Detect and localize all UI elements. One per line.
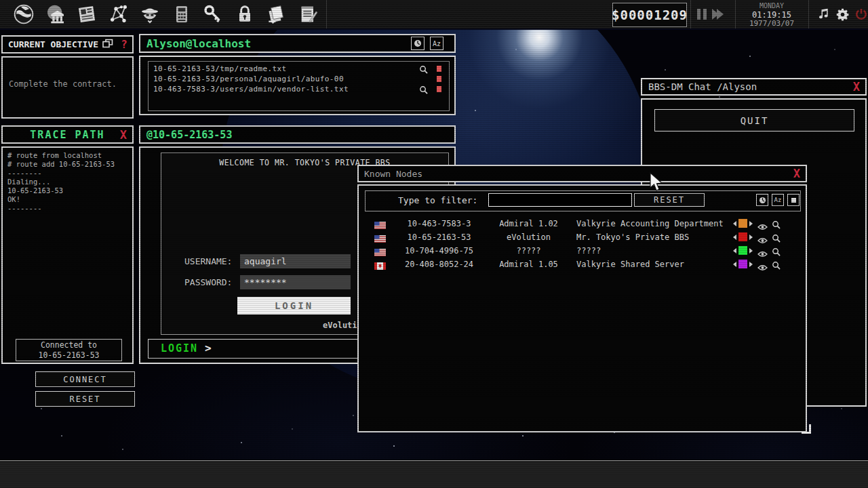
node-desc: Valkyrie Shared Server bbox=[576, 260, 684, 269]
power-icon[interactable] bbox=[853, 6, 868, 22]
color-next-arrow[interactable] bbox=[749, 262, 753, 267]
search-icon[interactable] bbox=[419, 84, 428, 97]
network-graph-icon[interactable] bbox=[107, 3, 130, 26]
reset-button[interactable]: RESET bbox=[35, 391, 135, 407]
world-bank-icon[interactable] bbox=[44, 3, 67, 26]
node-color-swatch[interactable] bbox=[738, 246, 747, 255]
password-field[interactable]: ******** bbox=[240, 275, 351, 289]
file-path: 10-65-2163-53/personal/aquagirl/abufo-00 bbox=[153, 75, 344, 83]
color-prev-arrow[interactable] bbox=[733, 262, 736, 267]
card-reader-icon[interactable] bbox=[170, 3, 193, 26]
world-map-icon[interactable] bbox=[12, 3, 35, 26]
file-transfer-icon[interactable] bbox=[264, 3, 288, 26]
popout-icon[interactable] bbox=[102, 38, 113, 51]
node-number: 10-65-2163-53 bbox=[393, 232, 485, 242]
pause-button[interactable] bbox=[697, 9, 707, 20]
objective-text: Complete the contract. bbox=[9, 79, 132, 89]
nodes-close-button[interactable]: X bbox=[793, 167, 800, 180]
clock-display: MONDAY 01:19:15 1977/03/07 bbox=[739, 2, 804, 28]
username-field[interactable]: aquagirl bbox=[240, 254, 351, 268]
username-label: USERNAME: bbox=[184, 256, 232, 266]
nodes-window-titlebar[interactable]: Known Nodes X bbox=[357, 165, 807, 182]
node-client: Admiral 1.02 bbox=[486, 219, 571, 228]
color-prev-arrow[interactable] bbox=[733, 221, 736, 226]
connected-line1: Connected to bbox=[16, 340, 121, 350]
node-row[interactable]: 20-408-8052-24Admiral 1.05Valkyrie Share… bbox=[359, 258, 803, 271]
node-row[interactable]: 10-704-4996-75?????????? bbox=[359, 244, 803, 258]
file-row[interactable]: 10-65-2163-53/personal/aquagirl/abufo-00 bbox=[149, 74, 449, 84]
node-list: 10-463-7583-3Admiral 1.02Valkyrie Accoun… bbox=[359, 213, 806, 430]
trace-log-line: Dialing... bbox=[7, 178, 132, 186]
history-icon[interactable] bbox=[411, 37, 425, 50]
objective-title: CURRENT OBJECTIVE bbox=[8, 39, 98, 49]
quit-button[interactable]: QUIT bbox=[654, 109, 854, 131]
node-color-swatch[interactable] bbox=[738, 260, 747, 268]
trace-window-body: # route from localhost# route add 10-65-… bbox=[1, 146, 134, 364]
bbs-login-button[interactable]: LOGIN bbox=[237, 297, 351, 314]
sort-az-icon[interactable]: Az bbox=[430, 37, 443, 50]
resize-handle[interactable] bbox=[802, 432, 811, 434]
money-display: $00001209 bbox=[612, 3, 687, 27]
newspaper-icon[interactable] bbox=[75, 3, 98, 26]
node-row[interactable]: 10-463-7583-3Admiral 1.02Valkyrie Accoun… bbox=[359, 217, 803, 230]
key-icon[interactable] bbox=[201, 3, 224, 26]
music-icon[interactable] bbox=[815, 6, 831, 22]
gear-icon[interactable] bbox=[834, 6, 850, 22]
chat-window-title: BBS-DM Chat /Alyson bbox=[648, 81, 757, 92]
trace-window-titlebar[interactable]: TRACE PATH X bbox=[1, 125, 134, 144]
node-color-swatch[interactable] bbox=[738, 232, 747, 241]
file-row[interactable]: 10-65-2163-53/tmp/readme.txt bbox=[149, 64, 449, 74]
node-desc: ????? bbox=[576, 246, 601, 256]
command-label: LOGIN bbox=[161, 342, 198, 354]
date-label: 1977/03/07 bbox=[739, 20, 804, 28]
sort-az-icon[interactable]: Az bbox=[772, 194, 784, 206]
color-next-arrow[interactable] bbox=[749, 235, 753, 240]
nodes-window-title: Known Nodes bbox=[364, 169, 422, 179]
connect-button[interactable]: CONNECT bbox=[35, 371, 135, 387]
padlock-icon[interactable] bbox=[233, 3, 256, 26]
divider bbox=[735, 0, 736, 28]
trace-log-line: # route add 10-65-2163-53 bbox=[7, 160, 132, 169]
color-prev-arrow[interactable] bbox=[733, 248, 736, 253]
filter-input[interactable] bbox=[488, 193, 632, 207]
help-icon[interactable]: ? bbox=[121, 38, 127, 51]
color-next-arrow[interactable] bbox=[749, 221, 753, 226]
filter-label: Type to filter: bbox=[398, 195, 477, 205]
notepad-icon[interactable] bbox=[296, 3, 319, 26]
bbs-window-titlebar[interactable]: @10-65-2163-53 bbox=[139, 125, 456, 144]
node-color-swatch[interactable] bbox=[738, 219, 747, 228]
trace-title: TRACE PATH bbox=[30, 129, 104, 141]
trace-log-line: 10-65-2163-53 bbox=[7, 186, 132, 195]
delete-icon[interactable] bbox=[437, 66, 441, 72]
nodes-window-body: Type to filter: RESET Az 10-463-7583-3Ad… bbox=[357, 184, 807, 432]
delete-icon[interactable] bbox=[437, 86, 441, 92]
node-row[interactable]: 10-65-2163-53eVolutionMr. Tokyo's Privat… bbox=[359, 230, 803, 244]
search-icon[interactable] bbox=[772, 260, 781, 272]
spy-icon[interactable] bbox=[138, 3, 161, 26]
filter-reset-button[interactable]: RESET bbox=[634, 193, 705, 207]
file-list: 10-65-2163-53/tmp/readme.txt10-65-2163-5… bbox=[148, 61, 450, 111]
trace-log-line: -------- bbox=[7, 169, 132, 178]
divider bbox=[690, 0, 691, 28]
chat-close-button[interactable]: X bbox=[853, 80, 860, 94]
eye-icon[interactable] bbox=[757, 261, 768, 274]
fast-forward-button[interactable] bbox=[712, 9, 724, 20]
node-number: 10-463-7583-3 bbox=[393, 219, 485, 228]
files-window-titlebar[interactable]: Alyson@localhost Az bbox=[139, 34, 456, 53]
color-next-arrow[interactable] bbox=[749, 248, 753, 253]
history-icon[interactable] bbox=[756, 194, 768, 206]
stop-icon[interactable] bbox=[787, 194, 800, 206]
node-desc: Valkyrie Accounting Department bbox=[576, 219, 724, 228]
filter-bar: Type to filter: RESET Az bbox=[365, 190, 801, 211]
delete-icon[interactable] bbox=[437, 76, 441, 82]
chat-window-titlebar[interactable]: BBS-DM Chat /Alyson X bbox=[641, 78, 867, 96]
time-label: 01:19:15 bbox=[739, 11, 804, 19]
trace-log-line: OK! bbox=[7, 195, 132, 204]
color-prev-arrow[interactable] bbox=[733, 235, 736, 240]
top-toolbar: $00001209 MONDAY 01:19:15 1977/03/07 bbox=[0, 0, 868, 30]
objective-window-titlebar[interactable]: CURRENT OBJECTIVE ? bbox=[1, 35, 134, 54]
trace-close-button[interactable]: X bbox=[120, 128, 127, 142]
connected-status: Connected to 10-65-2163-53 bbox=[16, 339, 122, 361]
file-row[interactable]: 10-463-7583-3/users/admin/vendor-list.tx… bbox=[149, 84, 449, 94]
divider bbox=[326, 0, 327, 28]
